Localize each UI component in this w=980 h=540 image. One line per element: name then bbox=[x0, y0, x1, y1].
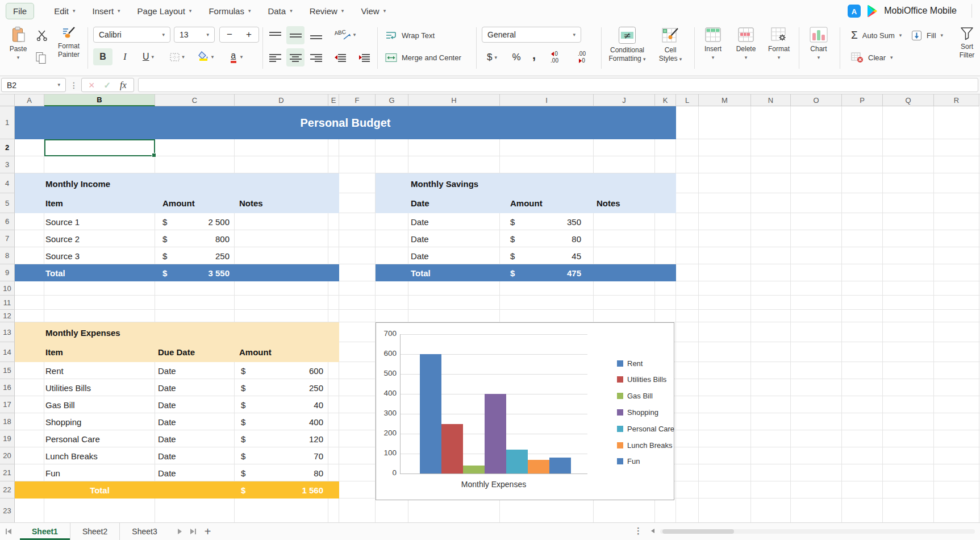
column-header-d[interactable]: D bbox=[235, 94, 328, 106]
borders-button[interactable]: ▾ bbox=[165, 48, 190, 65]
title-banner-cell[interactable]: Personal Budget bbox=[15, 106, 676, 139]
savings-amount[interactable]: 80 bbox=[516, 230, 581, 247]
fill-color-button[interactable]: ▾ bbox=[192, 48, 219, 65]
decrease-font-button[interactable]: − bbox=[220, 29, 239, 40]
confirm-formula-button[interactable]: ✓ bbox=[104, 81, 111, 89]
horizontal-scrollbar-thumb[interactable] bbox=[662, 529, 734, 534]
income-table-col-header[interactable]: Amount bbox=[162, 194, 195, 211]
expense-item[interactable]: Lunch Breaks bbox=[45, 447, 98, 464]
chart-bar-shopping[interactable] bbox=[485, 394, 506, 473]
chart-bar-rent[interactable] bbox=[420, 354, 441, 473]
tab-sheet3[interactable]: Sheet3 bbox=[119, 523, 169, 540]
currency-format-button[interactable]: $▾ bbox=[481, 49, 503, 66]
merge-center-button[interactable]: Merge and Center bbox=[385, 48, 461, 67]
expense-amount[interactable]: 80 bbox=[248, 464, 323, 481]
align-middle-button[interactable] bbox=[286, 26, 305, 44]
row-header-17[interactable]: 17 bbox=[0, 396, 15, 413]
grip-dots-icon[interactable]: ⋮ bbox=[70, 81, 77, 90]
legend-item-rent[interactable]: Rent bbox=[617, 358, 643, 369]
menu-item-edit[interactable]: Edit▾ bbox=[54, 6, 75, 16]
row-header-18[interactable]: 18 bbox=[0, 413, 15, 430]
insert-function-button[interactable]: fx bbox=[120, 80, 127, 90]
savings-table-col-header[interactable]: Notes bbox=[597, 194, 620, 211]
savings-currency[interactable]: $ bbox=[510, 230, 515, 247]
income-amount[interactable]: 250 bbox=[168, 247, 230, 264]
income-currency[interactable]: $ bbox=[162, 247, 167, 264]
align-bottom-button[interactable] bbox=[307, 26, 325, 44]
savings-date[interactable]: Date bbox=[411, 213, 429, 230]
row-header-8[interactable]: 8 bbox=[0, 247, 15, 264]
column-header-o[interactable]: O bbox=[791, 94, 842, 106]
income-table-col-header[interactable]: Notes bbox=[239, 194, 263, 211]
income-table-total-row[interactable]: Total$3 550 bbox=[15, 264, 339, 281]
column-header-h[interactable]: H bbox=[408, 94, 500, 106]
row-header-5[interactable]: 5 bbox=[0, 193, 15, 213]
income-table-title[interactable]: Monthly Income bbox=[45, 175, 110, 192]
row-header-22[interactable]: 22 bbox=[0, 481, 15, 499]
expenses-table-title[interactable]: Monthly Expenses bbox=[45, 324, 120, 341]
expense-due-date[interactable]: Date bbox=[158, 362, 176, 379]
income-total-amount[interactable]: 3 550 bbox=[168, 264, 230, 281]
row-header-6[interactable]: 6 bbox=[0, 213, 15, 230]
tab-options-icon[interactable]: ⋮ bbox=[634, 526, 642, 536]
auto-sum-button[interactable]: Σ Auto Sum ▾ bbox=[851, 26, 902, 44]
insert-chart-button[interactable]: Chart ▾ bbox=[803, 23, 834, 76]
google-play-icon[interactable] bbox=[866, 5, 878, 18]
expense-item[interactable]: Personal Care bbox=[45, 430, 100, 447]
align-top-button[interactable] bbox=[266, 26, 284, 44]
income-currency[interactable]: $ bbox=[162, 230, 167, 247]
savings-date[interactable]: Date bbox=[411, 230, 429, 247]
row-header-4[interactable]: 4 bbox=[0, 173, 15, 193]
clear-button[interactable]: Clear ▾ bbox=[851, 48, 893, 67]
add-sheet-button[interactable]: + bbox=[205, 526, 211, 537]
row-header-14[interactable]: 14 bbox=[0, 342, 15, 362]
expense-item[interactable]: Rent bbox=[45, 362, 64, 379]
tab-sheet1[interactable]: Sheet1 bbox=[20, 523, 70, 540]
last-sheet-button[interactable] bbox=[190, 529, 196, 534]
selected-cell-b2[interactable] bbox=[44, 139, 155, 156]
wrap-text-button[interactable]: Wrap Text bbox=[385, 26, 435, 44]
row-header-20[interactable]: 20 bbox=[0, 447, 15, 464]
legend-item-utilities-bills[interactable]: Utilities Bills bbox=[617, 374, 666, 385]
column-header-i[interactable]: I bbox=[500, 94, 594, 106]
column-header-n[interactable]: N bbox=[751, 94, 791, 106]
horizontal-scrollbar[interactable] bbox=[660, 529, 975, 534]
savings-total-amount[interactable]: 475 bbox=[516, 264, 581, 281]
savings-currency[interactable]: $ bbox=[510, 213, 515, 230]
chart-bar-personal-care[interactable] bbox=[506, 450, 528, 473]
expense-item[interactable]: Shopping bbox=[45, 413, 81, 430]
row-header-10[interactable]: 10 bbox=[0, 281, 15, 296]
fill-button[interactable]: Fill ▾ bbox=[911, 26, 943, 44]
expenses-table-col-header[interactable]: Due Date bbox=[158, 343, 195, 360]
cell-styles-button[interactable]: Cell Styles ▾ bbox=[653, 23, 687, 76]
menu-item-view[interactable]: View▾ bbox=[361, 6, 386, 16]
decrease-indent-button[interactable] bbox=[330, 48, 351, 67]
font-name-select[interactable]: Calibri▾ bbox=[93, 27, 170, 43]
number-format-select[interactable]: General▾ bbox=[482, 27, 581, 43]
increase-decimal-button[interactable]: .00 0 bbox=[569, 48, 594, 67]
column-header-f[interactable]: F bbox=[339, 94, 376, 106]
chart-bar-utilities-bills[interactable] bbox=[441, 424, 463, 474]
row-header-13[interactable]: 13 bbox=[0, 322, 15, 342]
row-header-2[interactable]: 2 bbox=[0, 139, 15, 156]
fill-handle[interactable] bbox=[152, 153, 156, 157]
chart-bar-lunch-breaks[interactable] bbox=[528, 460, 549, 474]
menu-item-data[interactable]: Data▾ bbox=[268, 6, 292, 16]
menu-item-review[interactable]: Review▾ bbox=[310, 6, 344, 16]
sort-filter-button[interactable]: Sort Filter bbox=[954, 23, 979, 76]
income-table-col-header[interactable]: Item bbox=[45, 194, 63, 211]
expense-due-date[interactable]: Date bbox=[158, 379, 176, 396]
chart-bar-gas-bill[interactable] bbox=[463, 466, 485, 473]
expenses-total-label[interactable]: Total bbox=[44, 481, 155, 499]
percent-format-button[interactable]: % bbox=[507, 49, 526, 66]
legend-item-shopping[interactable]: Shopping bbox=[617, 406, 658, 418]
expense-currency[interactable]: $ bbox=[241, 362, 245, 379]
expense-item[interactable]: Utilities Bills bbox=[45, 379, 91, 396]
expense-currency[interactable]: $ bbox=[241, 413, 245, 430]
align-left-button[interactable] bbox=[266, 48, 284, 67]
app-store-icon[interactable]: A bbox=[848, 5, 861, 18]
expenses-total-currency[interactable]: $ bbox=[241, 481, 245, 499]
column-header-g[interactable]: G bbox=[376, 94, 408, 106]
legend-item-personal-care[interactable]: Personal Care bbox=[617, 423, 674, 434]
savings-total-label[interactable]: Total bbox=[411, 264, 431, 281]
